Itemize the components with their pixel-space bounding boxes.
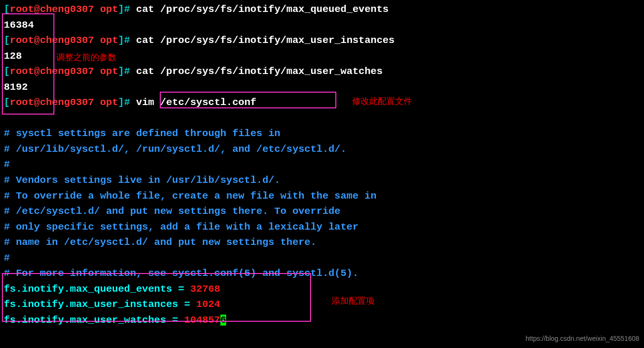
prompt-bracket: [ [4, 35, 10, 46]
setting-key: fs.inotify.max_user_watches [4, 315, 166, 326]
prompt-dir: opt [100, 66, 118, 77]
prompt-space [94, 35, 100, 46]
terminal-line: [root@cheng0307 opt]# cat /proc/sys/fs/i… [4, 33, 640, 49]
prompt-hash: # [124, 97, 136, 108]
cursor: 6 [220, 315, 227, 326]
annotation-label: 添加配置项 [332, 295, 374, 308]
prompt-hash: # [124, 35, 136, 46]
annotation-label: 调整之前的参数 [56, 51, 116, 64]
prompt-user: root [10, 66, 34, 77]
setting-line: fs.inotify.max_queued_events = 32768 [4, 282, 640, 297]
comment-line: # For more information, see sysctl.conf(… [4, 266, 640, 282]
prompt-bracket: [ [4, 97, 10, 108]
comment-line: # /etc/sysctl.d/ and put new settings th… [4, 204, 640, 220]
prompt-close: ] [118, 4, 124, 15]
setting-eq: = [172, 284, 190, 295]
annotation-label: 修改此配置文件 [352, 95, 412, 108]
vim-tilde: ~ [4, 344, 640, 348]
comment-line: # [4, 157, 640, 173]
setting-key: fs.inotify.max_queued_events [4, 284, 172, 295]
prompt-close: ] [118, 97, 124, 108]
command-text: cat /proc/sys/fs/inotify/max_user_watche… [136, 66, 383, 77]
prompt-host: cheng0307 [40, 66, 94, 77]
output-text: 16384 [4, 18, 640, 33]
comment-line: # Vendors settings live in /usr/lib/sysc… [4, 173, 640, 189]
setting-eq: = [178, 299, 196, 310]
watermark: https://blog.csdn.net/weixin_45551608 [526, 334, 639, 344]
terminal-line: [root@cheng0307 opt]# cat /proc/sys/fs/i… [4, 2, 640, 18]
setting-line: fs.inotify.max_user_watches = 1048576 [4, 313, 640, 328]
comment-line: # name in /etc/sysctl.d/ and put new set… [4, 235, 640, 251]
setting-line: fs.inotify.max_user_instances = 1024 [4, 297, 640, 313]
prompt-dir: opt [100, 4, 118, 15]
comment-line: # only specific settings, add a file wit… [4, 220, 640, 235]
prompt-bracket: [ [4, 66, 10, 77]
comment-line: # /usr/lib/sysctl.d/, /run/sysctl.d/, an… [4, 142, 640, 158]
prompt-user: root [10, 35, 34, 46]
prompt-space [94, 66, 100, 77]
prompt-host: cheng0307 [40, 4, 94, 15]
terminal-line: [root@cheng0307 opt]# cat /proc/sys/fs/i… [4, 64, 640, 80]
prompt-dir: opt [100, 35, 118, 46]
output-text: 8192 [4, 80, 640, 95]
prompt-host: cheng0307 [40, 97, 94, 108]
prompt-close: ] [118, 35, 124, 46]
setting-value: 1024 [196, 299, 220, 310]
prompt-at: @ [34, 35, 40, 46]
setting-eq: = [166, 315, 184, 326]
prompt-host: cheng0307 [40, 35, 94, 46]
setting-value: 32768 [190, 284, 220, 295]
prompt-bracket: [ [4, 4, 10, 15]
prompt-hash: # [124, 66, 136, 77]
comment-line: # sysctl settings are defined through fi… [4, 126, 640, 142]
prompt-user: root [10, 97, 34, 108]
prompt-close: ] [118, 66, 124, 77]
terminal-line: [root@cheng0307 opt]# vim /etc/sysctl.co… [4, 95, 640, 111]
prompt-user: root [10, 4, 34, 15]
prompt-dir: opt [100, 97, 118, 108]
prompt-at: @ [34, 4, 40, 15]
prompt-at: @ [34, 97, 40, 108]
command-text: cat /proc/sys/fs/inotify/max_user_instan… [136, 35, 395, 46]
command-text: vim /etc/sysctl.conf [136, 97, 256, 108]
blank-line [4, 111, 640, 127]
comment-line: # [4, 251, 640, 266]
prompt-at: @ [34, 66, 40, 77]
command-text: cat /proc/sys/fs/inotify/max_queued_even… [136, 4, 388, 15]
prompt-hash: # [124, 4, 136, 15]
comment-line: # To override a whole file, create a new… [4, 189, 640, 204]
setting-key: fs.inotify.max_user_instances [4, 299, 178, 310]
setting-value: 104857 [184, 315, 220, 326]
prompt-space [94, 97, 100, 108]
prompt-space [94, 4, 100, 15]
